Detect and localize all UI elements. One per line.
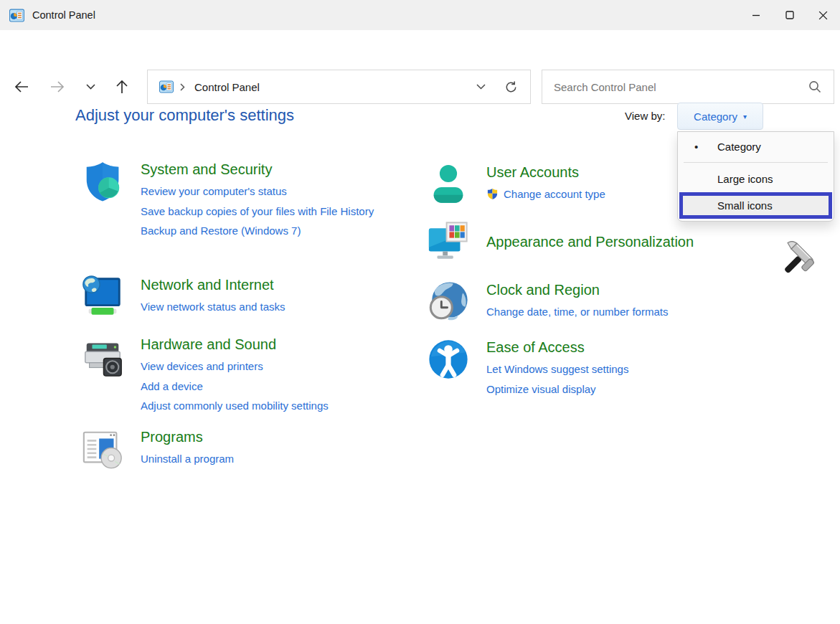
address-dropdown-chevron-icon[interactable] [466,72,496,101]
program-disc-icon[interactable] [80,427,125,471]
shield-icon[interactable] [80,159,125,204]
task-link-optimize-visual-display[interactable]: Optimize visual display [486,379,795,400]
category-title-programs[interactable]: Programs [141,427,386,448]
category-appearance-and-personalization: Appearance and Personalization [426,219,795,264]
uac-shield-icon [486,188,500,200]
close-button[interactable] [806,0,840,30]
task-link-review-your-computer-s-status[interactable]: Review your computer's status [141,181,386,202]
task-link-label: Uninstall a program [141,453,234,465]
category-programs: ProgramsUninstall a program [80,427,386,471]
category-title-appearance-and-personalization[interactable]: Appearance and Personalization [486,232,795,252]
view-by-menu: •CategoryLarge iconsSmall icons [677,131,834,222]
task-link-view-devices-and-printers[interactable]: View devices and printers [141,356,392,377]
breadcrumb-chevron-icon [180,83,185,91]
view-by-dropdown[interactable]: Category ▾ [677,103,763,130]
view-by-label: View by: [625,110,665,122]
page-title: Adjust your computer's settings [75,106,294,125]
menu-item-label: Category [717,141,761,153]
category-title-system-and-security[interactable]: System and Security [141,159,386,180]
address-bar[interactable]: Control Panel [147,70,531,104]
selected-bullet-icon: • [694,132,698,161]
display-personalization-icon[interactable] [426,219,471,264]
refresh-button[interactable] [496,72,526,101]
printer-speaker-icon[interactable] [80,334,125,379]
window-title: Control Panel [32,9,95,21]
task-link-save-backup-copies-of-your-files-with-file-history[interactable]: Save backup copies of your files with Fi… [141,202,386,222]
search-icon[interactable] [808,80,821,93]
menu-item-small-icons[interactable]: Small icons [679,192,832,219]
toolbar: Control Panel [0,30,840,77]
task-link-label: Change account type [504,188,605,200]
task-link-label: View network status and tasks [141,301,285,313]
globe-clock-icon[interactable] [426,280,471,324]
network-monitor-icon[interactable] [80,275,125,319]
task-link-label: Optimize visual display [486,383,596,395]
category-hardware-and-sound: Hardware and SoundView devices and print… [80,334,392,416]
menu-item-label: Large icons [717,173,773,185]
task-link-label: Let Windows suggest settings [486,363,628,375]
category-system-and-security: System and SecurityReview your computer'… [80,159,386,241]
task-link-label: Backup and Restore (Windows 7) [141,224,301,237]
category-ease-of-access: Ease of AccessLet Windows suggest settin… [426,337,795,399]
search-input[interactable] [542,81,808,93]
category-network-and-internet: Network and InternetView network status … [80,275,386,319]
task-link-label: View devices and printers [141,360,263,372]
category-title-hardware-and-sound[interactable]: Hardware and Sound [141,334,392,355]
hammer-icon [775,241,816,283]
category-clock-and-region: Clock and RegionChange date, time, or nu… [426,280,795,324]
recent-locations-chevron-icon[interactable] [76,72,105,101]
menu-item-category[interactable]: •Category [678,132,834,161]
control-panel-icon [9,8,24,23]
user-icon[interactable] [426,162,471,207]
task-link-label: Save backup copies of your files with Fi… [141,205,374,217]
task-link-label: Add a device [141,380,203,392]
accessibility-icon[interactable] [426,337,471,382]
task-link-add-a-device[interactable]: Add a device [141,377,392,397]
window-controls [739,0,840,30]
caret-down-icon: ▾ [743,113,747,120]
task-link-let-windows-suggest-settings[interactable]: Let Windows suggest settings [486,359,795,379]
minimize-button[interactable] [739,0,773,30]
control-panel-breadcrumb-icon [159,80,174,94]
menu-separator [684,162,828,163]
category-title-network-and-internet[interactable]: Network and Internet [141,275,386,296]
category-title-ease-of-access[interactable]: Ease of Access [486,337,795,358]
search-box [542,70,834,104]
view-by-value: Category [694,110,737,123]
maximize-button[interactable] [773,0,806,30]
back-button[interactable] [7,72,36,101]
titlebar: Control Panel [0,0,840,30]
up-button[interactable] [108,72,136,101]
task-link-change-date-time-or-number-formats[interactable]: Change date, time, or number formats [486,302,795,322]
task-link-label: Change date, time, or number formats [486,306,668,318]
task-link-view-network-status-and-tasks[interactable]: View network status and tasks [141,297,386,317]
forward-button[interactable] [43,72,72,101]
task-link-adjust-commonly-used-mobility-settings[interactable]: Adjust commonly used mobility settings [141,396,392,416]
breadcrumb[interactable]: Control Panel [194,81,260,93]
task-link-backup-and-restore-windows-7[interactable]: Backup and Restore (Windows 7) [141,221,386,241]
category-title-clock-and-region[interactable]: Clock and Region [486,280,795,301]
task-link-label: Review your computer's status [141,185,287,197]
menu-item-label: Small icons [717,199,773,212]
menu-item-large-icons[interactable]: Large icons [678,166,834,192]
task-link-uninstall-a-program[interactable]: Uninstall a program [141,449,386,469]
task-link-label: Adjust commonly used mobility settings [141,400,329,412]
